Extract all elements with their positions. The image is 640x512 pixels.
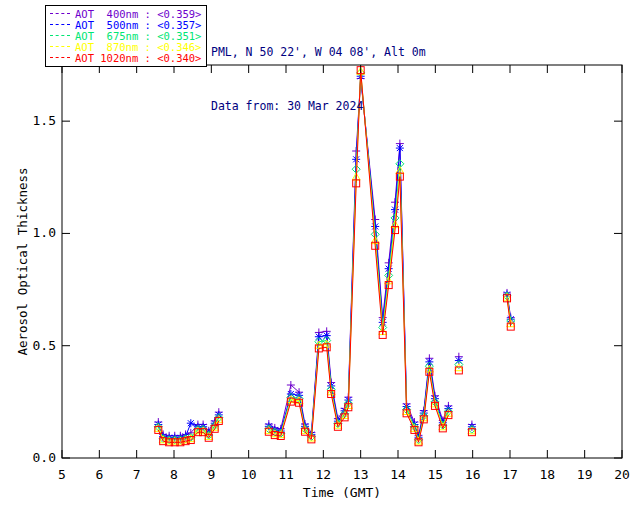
x-tick-label: 8 (170, 467, 178, 482)
legend-row-500nm: AOT 500nm : <0.357> (50, 19, 201, 30)
x-tick-label: 17 (502, 467, 518, 482)
x-tick-label: 11 (278, 467, 294, 482)
y-tick-label: 1.5 (33, 113, 56, 128)
y-axis-title: Aerosol Optical Thickness (15, 167, 30, 355)
y-tick-label: 0.5 (33, 338, 56, 353)
legend-line-sample-icon (50, 35, 70, 36)
x-tick-label: 20 (614, 467, 630, 482)
x-tick-label: 14 (390, 467, 406, 482)
x-tick-label: 5 (58, 467, 66, 482)
station-info: PML, N 50 22', W 04 08', Alt 0m (211, 43, 426, 61)
legend-row-1020nm: AOT 1020nm : <0.340> (50, 52, 201, 63)
legend-row-675nm: AOT 675nm : <0.351> (50, 30, 201, 41)
legend-row-400nm: AOT 400nm : <0.359> (50, 8, 201, 19)
data-date: Data from: 30 Mar 2024 (211, 97, 426, 115)
x-tick-label: 18 (540, 467, 556, 482)
legend-line-sample-icon (50, 57, 70, 58)
x-tick-label: 16 (465, 467, 481, 482)
aot-plot-screen: AOT 400nm : <0.359> AOT 500nm : <0.357> … (0, 0, 640, 512)
legend-line-sample-icon (50, 13, 70, 14)
data-point-marker-500nm (315, 333, 323, 341)
legend-line-sample-icon (50, 24, 70, 25)
legend: AOT 400nm : <0.359> AOT 500nm : <0.357> … (45, 5, 207, 67)
legend-label: AOT 1020nm : <0.340> (75, 52, 201, 64)
x-tick-label: 6 (95, 467, 103, 482)
x-tick-label: 9 (207, 467, 215, 482)
x-tick-label: 13 (353, 467, 369, 482)
x-axis-title: Time (GMT) (303, 485, 381, 500)
legend-line-sample-icon (50, 46, 70, 47)
legend-row-870nm: AOT 870nm : <0.346> (50, 41, 201, 52)
x-tick-label: 15 (428, 467, 444, 482)
data-point-marker-500nm (323, 332, 331, 340)
y-tick-label: 0.0 (33, 450, 56, 465)
x-tick-label: 19 (577, 467, 593, 482)
x-tick-label: 7 (133, 467, 141, 482)
y-tick-label: 1.0 (33, 225, 56, 240)
data-point-marker-500nm (187, 419, 195, 427)
x-tick-label: 12 (316, 467, 332, 482)
x-tick-label: 10 (241, 467, 257, 482)
station-header: PML, N 50 22', W 04 08', Alt 0m Data fro… (211, 7, 426, 151)
